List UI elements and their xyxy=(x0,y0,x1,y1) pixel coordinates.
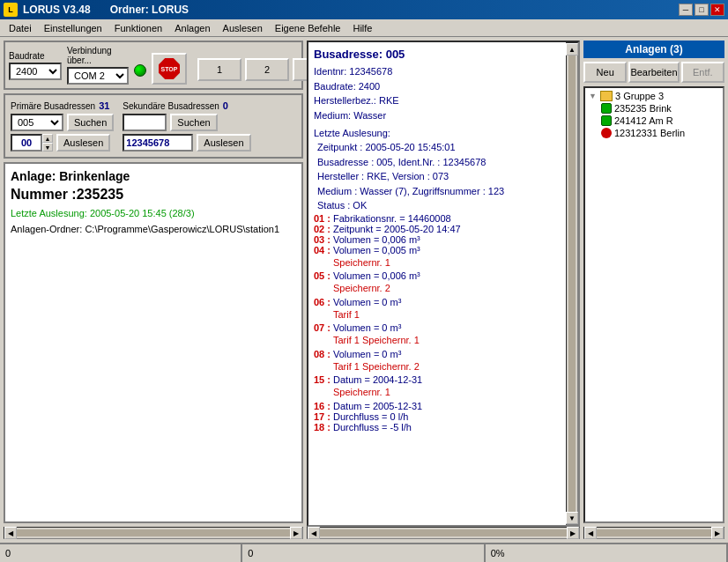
device-green-icon-1 xyxy=(601,103,612,114)
menu-hilfe[interactable]: Hilfe xyxy=(347,22,377,34)
baudrate-group: Baudrate 2400 xyxy=(9,51,62,80)
tree-device-1[interactable]: 235235 Brink xyxy=(601,102,721,115)
num-input[interactable] xyxy=(11,134,42,152)
anlagen-header: Anlagen (3) xyxy=(583,41,724,58)
tree-device-2-label: 241412 Am R xyxy=(614,115,673,126)
tab-2-button[interactable]: 2 xyxy=(245,58,289,81)
tab-1-button[interactable]: 1 xyxy=(197,58,241,81)
folder-icon xyxy=(600,91,613,101)
secondary-suchen-button[interactable]: Suchen xyxy=(170,114,217,131)
middle-scroll-track xyxy=(320,529,567,536)
ordner-label: Ordner: LORUS xyxy=(110,4,189,16)
data-row: 08 : Volumen = 0 m³ xyxy=(314,349,561,359)
baudrate-select[interactable]: 2400 xyxy=(9,63,62,80)
anlage-ordner: Anlagen-Ordner: C:\Programme\Gasperowicz… xyxy=(11,224,296,234)
data-row-sub: Tarif 1 Speichernr. 2 xyxy=(333,359,561,375)
data-row-sub: Speichernr. 1 xyxy=(333,255,561,271)
menu-datei[interactable]: Datei xyxy=(4,22,37,34)
title-bar-text: L LORUS V3.48 Ordner: LORUS xyxy=(4,3,189,17)
num-input-group: ▲ ▼ xyxy=(11,134,53,152)
secondary-bus-label: Sekundäre Busadressen xyxy=(123,101,219,111)
right-scroll-track xyxy=(597,529,711,536)
data-row-val: Durchfluss = -5 l/h xyxy=(333,422,412,433)
baudrate-line: Baudrate: 2400 xyxy=(314,79,561,94)
busadresse-title: Busadresse: 005 xyxy=(314,48,561,61)
stop-button[interactable]: STOP xyxy=(152,53,187,85)
bus-address-select[interactable]: 005 xyxy=(11,114,63,131)
data-row: 03 : Volumen = 0,006 m³ xyxy=(314,234,561,245)
spin-up-button[interactable]: ▲ xyxy=(42,134,53,143)
status-seg-2: 0 xyxy=(242,544,485,562)
menu-auslesen[interactable]: Auslesen xyxy=(218,22,268,34)
data-row-num: 18 : xyxy=(314,422,333,433)
middle-scrollbar-h[interactable]: ◀ ▶ xyxy=(307,527,580,539)
menu-funktionen[interactable]: Funktionen xyxy=(109,22,167,34)
middle-scroll-left[interactable]: ◀ xyxy=(308,527,320,539)
data-row-num: 16 : xyxy=(314,401,333,411)
entf-button[interactable]: Entf. xyxy=(681,62,724,83)
verbindung-group: Verbindung über... COM 2 xyxy=(67,46,129,85)
tree-expand-icon: ▼ xyxy=(589,92,598,100)
menu-bar: Datei Einstellungen Funktionen Anlagen A… xyxy=(0,19,728,37)
scroll-down-button[interactable]: ▼ xyxy=(566,512,578,524)
data-row-num: 08 : xyxy=(314,349,333,359)
com-select[interactable]: COM 2 xyxy=(67,67,129,85)
data-row-val: Volumen = 0,006 m³ xyxy=(333,270,420,281)
data-row-sub: Tarif 1 xyxy=(333,307,561,323)
scroll-right-button[interactable]: ▶ xyxy=(290,527,302,539)
anlagen-buttons: Neu Bearbeiten Entf. xyxy=(583,62,724,83)
stop-button-container[interactable]: STOP xyxy=(152,53,187,85)
right-scroll-left[interactable]: ◀ xyxy=(584,527,597,539)
middle-scrollbar-v[interactable]: ▲ ▼ xyxy=(566,42,578,525)
primary-auslesen-button[interactable]: Auslesen xyxy=(56,134,110,152)
left-panel: Baudrate 2400 Verbindung über... COM 2 xyxy=(4,41,303,539)
data-rows-container: 01 : Fabrikationsnr. = 1446000802 : Zeit… xyxy=(314,213,561,433)
tree-device-3[interactable]: 12312331 Berlin xyxy=(601,127,721,139)
busadresse-scroll[interactable]: Busadresse: 005 Identnr: 12345678 Baudra… xyxy=(308,42,566,525)
anlage-panel: Anlage: Brinkenlage Nummer :235235 Letzt… xyxy=(4,162,303,523)
minimize-button[interactable]: ─ xyxy=(679,4,693,16)
middle-scroll-right[interactable]: ▶ xyxy=(567,527,579,539)
tree-group-item[interactable]: ▼ 3 Gruppe 3 xyxy=(589,90,721,102)
close-button[interactable]: ✕ xyxy=(710,4,724,16)
tree-device-1-label: 235235 Brink xyxy=(614,103,672,114)
neu-button[interactable]: Neu xyxy=(583,62,627,83)
device-red-icon-3 xyxy=(601,128,612,138)
scroll-up-button[interactable]: ▲ xyxy=(566,43,578,55)
scroll-left-button[interactable]: ◀ xyxy=(4,527,17,539)
secondary-bus-group: Sekundäre Busadressen 0 Suchen Auslesen xyxy=(123,100,250,152)
tree-device-2[interactable]: 241412 Am R xyxy=(601,115,721,127)
data-row-val: Volumen = 0 m³ xyxy=(333,297,401,307)
data-row-num: 02 : xyxy=(314,224,333,234)
bearbeiten-button[interactable]: Bearbeiten xyxy=(628,62,679,83)
spin-buttons: ▲ ▼ xyxy=(42,134,53,152)
data-row: 17 : Durchfluss = 0 l/h xyxy=(314,411,561,422)
medium-line: Medium: Wasser xyxy=(314,108,561,123)
primary-suchen-button[interactable]: Suchen xyxy=(67,114,114,131)
data-row-val: Volumen = 0 m³ xyxy=(333,349,401,359)
data-row-sub: Speichernr. 2 xyxy=(333,281,561,297)
data-row-num: 03 : xyxy=(314,234,333,245)
data-row-val: Datum = 2004-12-31 xyxy=(333,374,422,385)
menu-eigene-befehle[interactable]: Eigene Befehle xyxy=(270,22,346,34)
secondary-input-field[interactable] xyxy=(123,114,167,131)
right-scroll-right[interactable]: ▶ xyxy=(711,527,724,539)
left-scrollbar-h[interactable]: ◀ ▶ xyxy=(4,527,303,539)
app-icon: L xyxy=(4,3,18,17)
data-row: 07 : Volumen = 0 m³ xyxy=(314,322,561,333)
data-row-val: Zeitpunkt = 2005-05-20 14:47 xyxy=(333,224,461,234)
secondary-auslesen-button[interactable]: Auslesen xyxy=(197,134,250,152)
right-scrollbar-h[interactable]: ◀ ▶ xyxy=(583,527,724,539)
menu-anlagen[interactable]: Anlagen xyxy=(169,22,215,34)
herstellerbez-line: Herstellerbez.: RKE xyxy=(314,93,561,108)
right-panel: Anlagen (3) Neu Bearbeiten Entf. ▼ 3 Gru… xyxy=(583,41,724,539)
data-row-sub: Speichernr. 1 xyxy=(333,385,561,401)
secondary-id-input[interactable] xyxy=(123,134,193,152)
maximize-button[interactable]: □ xyxy=(695,4,709,16)
anlage-title: Anlage: Brinkenlage xyxy=(11,169,296,183)
app-title: LORUS V3.48 xyxy=(23,4,91,16)
spin-down-button[interactable]: ▼ xyxy=(42,143,53,152)
data-row-val: Durchfluss = 0 l/h xyxy=(333,411,408,422)
scroll-track xyxy=(17,529,290,536)
menu-einstellungen[interactable]: Einstellungen xyxy=(39,22,108,34)
